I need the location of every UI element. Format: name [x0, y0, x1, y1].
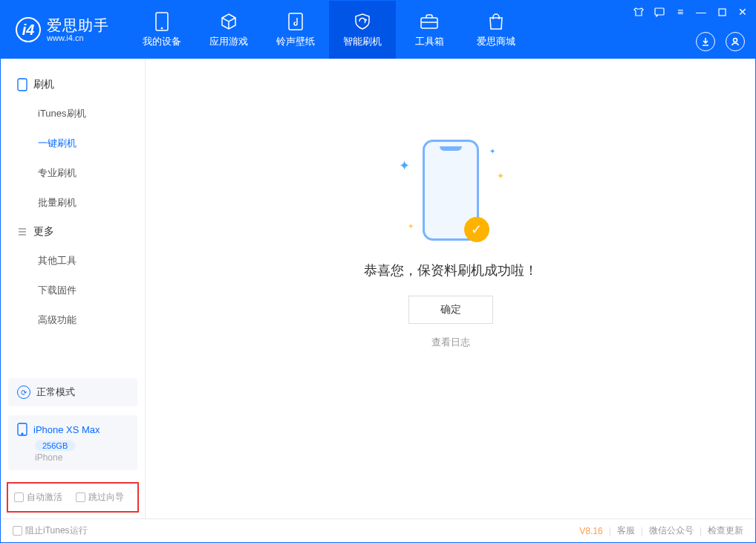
app-logo: i4 爱思助手 www.i4.cn — [1, 1, 128, 59]
success-illustration: ✦✦✦✦ ✓ — [391, 137, 510, 248]
minimize-button[interactable]: — — [694, 5, 708, 19]
device-name: iPhone XS Max — [33, 424, 100, 435]
footer-link-wechat[interactable]: 微信公众号 — [649, 524, 694, 537]
svg-rect-7 — [18, 79, 27, 91]
phone-icon — [152, 12, 172, 31]
sidebar-item-itunes-flash[interactable]: iTunes刷机 — [1, 99, 145, 129]
download-icon[interactable] — [696, 32, 715, 51]
sidebar-group-more: 更多 — [1, 218, 145, 246]
success-message: 恭喜您，保资料刷机成功啦！ — [364, 261, 538, 279]
device-icon — [17, 423, 27, 436]
close-button[interactable]: ✕ — [736, 5, 749, 19]
titlebar: i4 爱思助手 www.i4.cn 我的设备 应用游戏 铃声壁纸 智能刷机 工具… — [1, 1, 755, 59]
list-icon — [17, 227, 27, 237]
svg-point-9 — [22, 433, 23, 435]
check-badge-icon: ✓ — [464, 217, 489, 242]
block-itunes-checkbox[interactable]: 阻止iTunes运行 — [13, 524, 88, 537]
user-icon[interactable] — [726, 32, 745, 51]
feedback-icon[interactable] — [653, 5, 666, 19]
device-capacity: 256GB — [35, 440, 75, 451]
nav-ringtone[interactable]: 铃声壁纸 — [262, 1, 329, 59]
svg-rect-4 — [655, 8, 664, 15]
toolbox-icon — [420, 12, 439, 31]
sidebar-group-flash: 刷机 — [1, 71, 145, 99]
account-controls — [696, 32, 745, 51]
cube-icon — [219, 12, 238, 31]
skip-guide-checkbox[interactable]: 跳过向导 — [76, 491, 124, 504]
svg-rect-5 — [719, 9, 726, 16]
music-file-icon — [286, 12, 305, 31]
ok-button[interactable]: 确定 — [408, 296, 493, 324]
sidebar-item-advanced[interactable]: 高级功能 — [1, 305, 145, 335]
refresh-shield-icon — [353, 12, 372, 31]
view-log-link[interactable]: 查看日志 — [431, 336, 470, 349]
device-card[interactable]: iPhone XS Max 256GB iPhone — [8, 415, 137, 470]
svg-rect-2 — [289, 13, 302, 30]
sidebar: 刷机 iTunes刷机 一键刷机 专业刷机 批量刷机 更多 其他工具 下载固件 … — [1, 59, 146, 518]
logo-icon: i4 — [16, 17, 41, 42]
maximize-button[interactable] — [715, 5, 729, 19]
sidebar-item-oneclick-flash[interactable]: 一键刷机 — [1, 129, 145, 158]
main-content: ✦✦✦✦ ✓ 恭喜您，保资料刷机成功啦！ 确定 查看日志 — [146, 59, 755, 518]
app-name: 爱思助手 — [47, 17, 109, 33]
window-controls: ≡ — ✕ — [632, 5, 749, 19]
sidebar-item-pro-flash[interactable]: 专业刷机 — [1, 158, 145, 188]
nav-store[interactable]: 爱思商城 — [463, 1, 529, 59]
svg-rect-3 — [421, 18, 437, 28]
sidebar-item-other-tools[interactable]: 其他工具 — [1, 246, 145, 276]
footer: 阻止iTunes运行 V8.16 | 客服 | 微信公众号 | 检查更新 — [1, 518, 755, 542]
version-label: V8.16 — [579, 526, 602, 536]
footer-link-support[interactable]: 客服 — [617, 524, 635, 537]
bag-icon — [486, 12, 506, 31]
tshirt-icon[interactable] — [632, 5, 645, 19]
option-checkboxes: 自动激活 跳过向导 — [7, 482, 139, 513]
sidebar-item-download-fw[interactable]: 下载固件 — [1, 276, 145, 305]
mode-card[interactable]: ⟳ 正常模式 — [8, 378, 137, 406]
mode-icon: ⟳ — [17, 386, 30, 399]
nav-toolbox[interactable]: 工具箱 — [396, 1, 463, 59]
nav-tabs: 我的设备 应用游戏 铃声壁纸 智能刷机 工具箱 爱思商城 — [128, 1, 529, 59]
menu-icon[interactable]: ≡ — [674, 5, 687, 19]
device-type: iPhone — [35, 452, 128, 463]
app-url: www.i4.cn — [47, 33, 109, 42]
phone-small-icon — [17, 78, 27, 91]
nav-apps[interactable]: 应用游戏 — [195, 1, 262, 59]
footer-link-update[interactable]: 检查更新 — [708, 524, 743, 537]
sidebar-item-batch-flash[interactable]: 批量刷机 — [1, 188, 145, 218]
svg-point-1 — [161, 27, 163, 29]
nav-flash[interactable]: 智能刷机 — [329, 1, 396, 59]
nav-my-device[interactable]: 我的设备 — [128, 1, 195, 59]
svg-point-6 — [734, 39, 737, 42]
auto-activate-checkbox[interactable]: 自动激活 — [14, 491, 62, 504]
